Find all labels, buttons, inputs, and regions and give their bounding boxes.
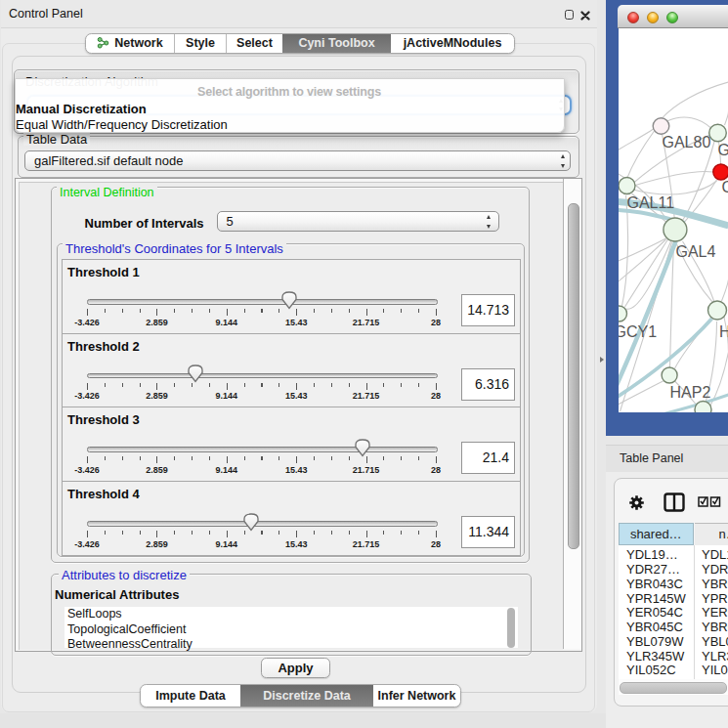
svg-text:GA: GA bbox=[717, 142, 728, 158]
svg-text:GAL80: GAL80 bbox=[662, 134, 710, 150]
svg-text:C: C bbox=[721, 179, 728, 195]
svg-text:GAL11: GAL11 bbox=[626, 194, 674, 211]
svg-text:GCY1: GCY1 bbox=[619, 323, 657, 340]
svg-text:H: H bbox=[719, 323, 728, 340]
svg-text:HAP2: HAP2 bbox=[669, 384, 710, 401]
svg-text:GAL4: GAL4 bbox=[675, 243, 715, 260]
